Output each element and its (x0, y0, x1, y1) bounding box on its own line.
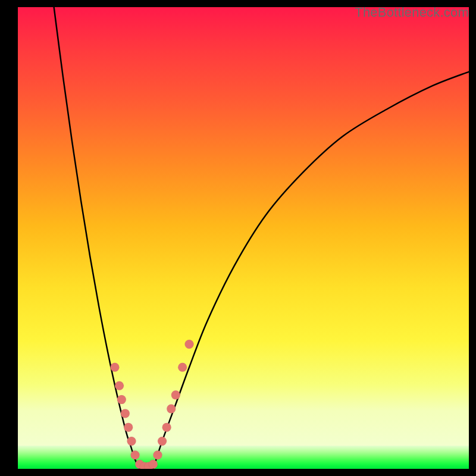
data-marker (127, 437, 136, 446)
plot-area (18, 7, 469, 469)
data-marker (117, 395, 126, 404)
watermark-text: TheBottleneck.com (355, 5, 469, 20)
data-marker (121, 409, 130, 418)
chart-svg (18, 7, 469, 469)
data-marker (149, 460, 158, 469)
left-curve (54, 7, 140, 469)
data-marker (162, 423, 171, 432)
data-marker (131, 450, 140, 459)
data-markers (110, 340, 193, 469)
data-marker (167, 405, 176, 414)
data-marker (124, 423, 133, 432)
data-marker (110, 363, 119, 372)
data-marker (153, 450, 162, 459)
data-marker (178, 363, 187, 372)
data-marker (115, 381, 124, 390)
right-curve (153, 72, 469, 469)
data-marker (185, 340, 194, 349)
chart-frame: TheBottleneck.com (0, 0, 476, 476)
data-marker (158, 437, 167, 446)
data-marker (171, 390, 180, 399)
